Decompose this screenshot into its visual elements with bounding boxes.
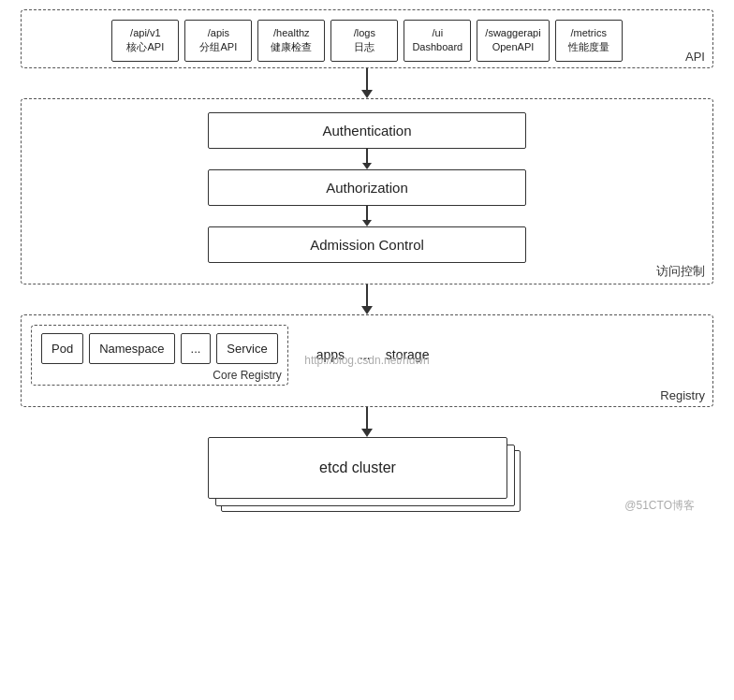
- watermark2: @51CTO博客: [624, 498, 695, 514]
- core-reg-item-1: Namespace: [89, 333, 174, 364]
- access-section: Authentication Authorization Admission C…: [21, 98, 713, 284]
- api-box-4: /uiDashboard: [404, 20, 471, 62]
- authorization-box: Authorization: [208, 169, 526, 206]
- core-reg-item-2: ...: [181, 333, 212, 364]
- arrow-authz-to-admission: [362, 206, 372, 226]
- admission-control-box: Admission Control: [208, 226, 526, 263]
- arrow-auth-to-authz: [362, 149, 372, 169]
- api-box-0: /api/v1核心API: [111, 20, 179, 62]
- etcd-card-2: etcd cluster: [208, 437, 507, 499]
- core-registry-label: Core Registry: [213, 369, 281, 382]
- access-label: 访问控制: [656, 263, 705, 280]
- api-section: /api/v1核心API/apis分组API/healthz健康检查/logs日…: [21, 9, 713, 68]
- etcd-stack: etcd cluster: [208, 437, 526, 521]
- arrow-access-to-registry: [361, 284, 373, 314]
- api-box-1: /apis分组API: [184, 20, 252, 62]
- api-box-2: /healthz健康检查: [257, 20, 325, 62]
- api-box-3: /logs日志: [330, 20, 398, 62]
- authentication-box: Authentication: [208, 112, 526, 149]
- arrow-registry-to-etcd: [361, 407, 373, 437]
- api-boxes: /api/v1核心API/apis分组API/healthz健康检查/logs日…: [33, 20, 701, 62]
- core-reg-item-3: Service: [216, 333, 277, 364]
- api-box-6: /metrics性能度量: [555, 20, 623, 62]
- diagram-wrapper: /api/v1核心API/apis分组API/healthz健康检查/logs日…: [0, 0, 734, 531]
- api-label: API: [685, 50, 705, 64]
- api-box-5: /swaggerapiOpenAPI: [477, 20, 549, 62]
- core-reg-item-0: Pod: [41, 333, 83, 364]
- arrow-api-to-access: [361, 68, 373, 98]
- core-registry: PodNamespace...ServiceCore Registry: [31, 325, 288, 386]
- etcd-section: etcd cluster @51CTO博客: [21, 437, 713, 521]
- registry-label: Registry: [660, 388, 705, 402]
- watermark: http://blog.csdn.net/huwh: [304, 354, 429, 367]
